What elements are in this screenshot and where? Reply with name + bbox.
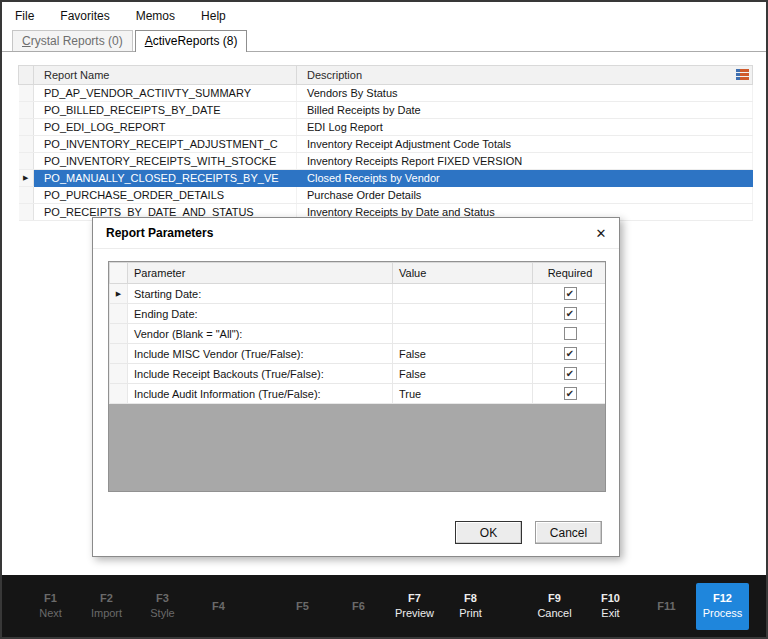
- required-checkbox-checked[interactable]: ✔: [564, 307, 577, 320]
- parameter-value-cell[interactable]: False: [393, 344, 533, 364]
- parameter-row[interactable]: ▶Starting Date:✔: [110, 284, 607, 304]
- report-row[interactable]: PO_PURCHASE_ORDER_DETAILSPurchase Order …: [19, 187, 753, 204]
- report-name-cell[interactable]: PD_AP_VENDOR_ACTIIVTY_SUMMARY: [34, 85, 297, 102]
- report-description-cell[interactable]: EDI Log Report: [297, 119, 753, 136]
- menu-help[interactable]: Help: [201, 9, 226, 23]
- fkey-f12-process[interactable]: F12Process: [696, 583, 749, 630]
- report-row[interactable]: PO_BILLED_RECEIPTS_BY_DATEBilled Receipt…: [19, 102, 753, 119]
- parameter-row[interactable]: Include Audit Information (True/False):T…: [110, 384, 607, 404]
- report-table: Report Name Description PD_AP_VENDOR_ACT…: [18, 65, 753, 221]
- required-checkbox-checked[interactable]: ✔: [564, 367, 577, 380]
- report-name-cell[interactable]: PO_INVENTORY_RECEIPT_ADJUSTMENT_C: [34, 136, 297, 153]
- description-column-header[interactable]: Description: [297, 66, 753, 85]
- param-row-selector-cell: [110, 364, 128, 384]
- fkey-key-label: F7: [388, 591, 441, 606]
- row-selector-cell: [19, 119, 34, 136]
- fkey-f4: F4: [192, 599, 245, 614]
- fkey-action-label: Style: [136, 606, 189, 621]
- parameter-name-cell: Ending Date:: [128, 304, 393, 324]
- tab-active-hotkey: A: [145, 34, 153, 48]
- report-table-header-row: Report Name Description: [19, 66, 753, 85]
- fkey-f2-import: F2Import: [80, 591, 133, 621]
- fkey-key-label: F5: [276, 599, 329, 614]
- menu-bar: FileFavoritesMemosHelp: [2, 2, 766, 29]
- close-icon[interactable]: ✕: [583, 218, 619, 249]
- fkey-f1-next: F1Next: [24, 591, 77, 621]
- grid-options-icon[interactable]: [735, 67, 750, 82]
- fkey-f10-exit[interactable]: F10Exit: [584, 591, 637, 621]
- menu-file[interactable]: File: [15, 9, 34, 23]
- report-description-cell[interactable]: Inventory Receipt Adjustment Code Totals: [297, 136, 753, 153]
- report-row[interactable]: PO_INVENTORY_RECEIPTS_WITH_STOCKEInvento…: [19, 153, 753, 170]
- fkey-key-label: F9: [528, 591, 581, 606]
- fkey-f9-cancel[interactable]: F9Cancel: [528, 591, 581, 621]
- fkey-f8-print[interactable]: F8Print: [444, 591, 497, 621]
- app-window: FileFavoritesMemosHelp Crystal Reports (…: [0, 0, 768, 639]
- fkey-action-label: Preview: [388, 606, 441, 621]
- report-name-cell[interactable]: PO_BILLED_RECEIPTS_BY_DATE: [34, 102, 297, 119]
- report-row[interactable]: PO_EDI_LOG_REPORTEDI Log Report: [19, 119, 753, 136]
- parameter-row[interactable]: Vendor (Blank = "All"):: [110, 324, 607, 344]
- row-selector-cell: [19, 102, 34, 119]
- ok-button[interactable]: OK: [455, 521, 522, 544]
- parameter-value-cell[interactable]: [393, 324, 533, 344]
- param-row-selector-cell: [110, 304, 128, 324]
- fkey-f7-preview[interactable]: F7Preview: [388, 591, 441, 621]
- fkey-key-label: F2: [80, 591, 133, 606]
- report-description-cell[interactable]: Billed Receipts by Date: [297, 102, 753, 119]
- parameter-value-cell[interactable]: [393, 284, 533, 304]
- menu-memos[interactable]: Memos: [136, 9, 175, 23]
- fkey-action-label: Process: [696, 606, 749, 621]
- required-checkbox-checked[interactable]: ✔: [564, 387, 577, 400]
- fkey-f3-style: F3Style: [136, 591, 189, 621]
- parameter-row[interactable]: Include MISC Vendor (True/False):False✔: [110, 344, 607, 364]
- report-name-cell[interactable]: PO_PURCHASE_ORDER_DETAILS: [34, 187, 297, 204]
- row-selector-cell: [19, 153, 34, 170]
- param-row-selector-header: [110, 263, 128, 284]
- report-description-cell[interactable]: Vendors By Status: [297, 85, 753, 102]
- fkey-f6: F6: [332, 599, 385, 614]
- fkey-key-label: F4: [192, 599, 245, 614]
- tab-active-reports[interactable]: ActiveReports (8): [135, 30, 248, 52]
- parameter-value-cell[interactable]: False: [393, 364, 533, 384]
- report-description-cell[interactable]: Inventory Receipts Report FIXED VERSION: [297, 153, 753, 170]
- parameter-value-cell[interactable]: True: [393, 384, 533, 404]
- parameter-table-header-row: Parameter Value Required: [110, 263, 607, 284]
- report-name-cell[interactable]: PO_EDI_LOG_REPORT: [34, 119, 297, 136]
- required-checkbox-checked[interactable]: ✔: [564, 347, 577, 360]
- required-checkbox-unchecked[interactable]: [564, 327, 577, 340]
- row-selector-cell: [19, 136, 34, 153]
- parameter-table: Parameter Value Required ▶Starting Date:…: [109, 262, 606, 404]
- required-column-header[interactable]: Required: [533, 263, 607, 284]
- fkey-key-label: F11: [640, 599, 693, 614]
- report-description-cell[interactable]: Purchase Order Details: [297, 187, 753, 204]
- required-checkbox-checked[interactable]: ✔: [564, 287, 577, 300]
- required-cell: ✔: [533, 364, 607, 384]
- menu-favorites[interactable]: Favorites: [60, 9, 109, 23]
- parameter-row[interactable]: Ending Date:✔: [110, 304, 607, 324]
- parameter-name-cell: Include Receipt Backouts (True/False):: [128, 364, 393, 384]
- fkey-key-label: F10: [584, 591, 637, 606]
- report-row[interactable]: PO_INVENTORY_RECEIPT_ADJUSTMENT_CInvento…: [19, 136, 753, 153]
- report-name-cell[interactable]: PO_MANUALLY_CLOSED_RECEIPTS_BY_VE: [34, 170, 297, 187]
- current-row-arrow-icon: ▶: [19, 170, 34, 187]
- parameter-row[interactable]: Include Receipt Backouts (True/False):Fa…: [110, 364, 607, 384]
- report-row[interactable]: PD_AP_VENDOR_ACTIIVTY_SUMMARYVendors By …: [19, 85, 753, 102]
- report-name-cell[interactable]: PO_INVENTORY_RECEIPTS_WITH_STOCKE: [34, 153, 297, 170]
- required-cell: ✔: [533, 284, 607, 304]
- tab-crystal-label: rystal Reports (0): [31, 34, 123, 48]
- fkey-key-label: F12: [696, 591, 749, 606]
- tab-crystal-reports[interactable]: Crystal Reports (0): [12, 30, 133, 51]
- parameter-value-cell[interactable]: [393, 304, 533, 324]
- value-column-header[interactable]: Value: [393, 263, 533, 284]
- fkey-key-label: F1: [24, 591, 77, 606]
- cancel-button[interactable]: Cancel: [535, 521, 602, 544]
- fkey-action-label: Import: [80, 606, 133, 621]
- dialog-button-row: OK Cancel: [455, 521, 602, 544]
- fkey-action-label: Print: [444, 606, 497, 621]
- parameter-name-cell: Starting Date:: [128, 284, 393, 304]
- parameter-column-header[interactable]: Parameter: [128, 263, 393, 284]
- report-name-column-header[interactable]: Report Name: [34, 66, 297, 85]
- report-description-cell[interactable]: Closed Receipts by Vendor: [297, 170, 753, 187]
- report-row[interactable]: ▶PO_MANUALLY_CLOSED_RECEIPTS_BY_VEClosed…: [19, 170, 753, 187]
